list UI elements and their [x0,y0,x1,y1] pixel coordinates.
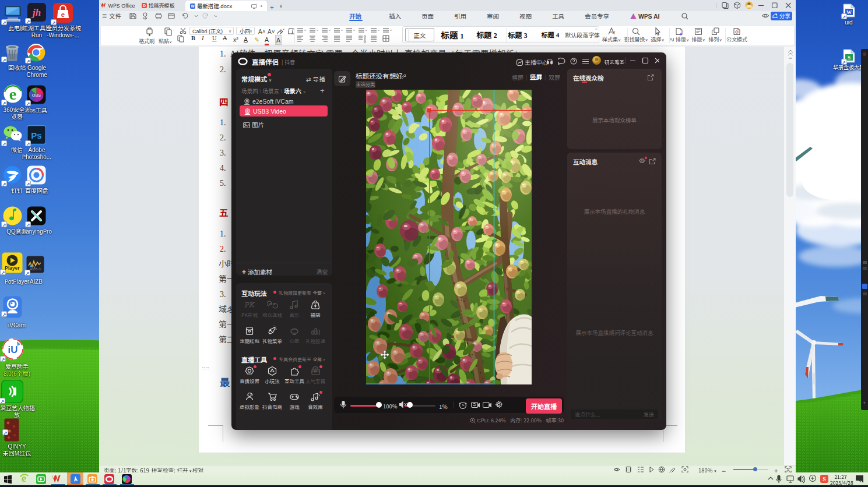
svg-text:W: W [846,9,852,15]
svg-text:W: W [191,3,195,9]
svg-text:Player: Player [5,265,20,271]
svg-text:Ps: Ps [31,130,41,140]
svg-text:S: S [847,55,850,61]
svg-text:e: e [61,11,65,18]
svg-text:D: D [143,3,146,8]
svg-text:iU: iU [8,344,18,355]
svg-text:AIZB-3: AIZB-3 [30,266,41,271]
svg-text:jh: jh [31,7,41,18]
svg-text:e: e [9,85,16,103]
svg-text:S: S [823,476,826,482]
svg-text:OBS: OBS [32,93,41,97]
svg-text:PK: PK [244,300,255,309]
